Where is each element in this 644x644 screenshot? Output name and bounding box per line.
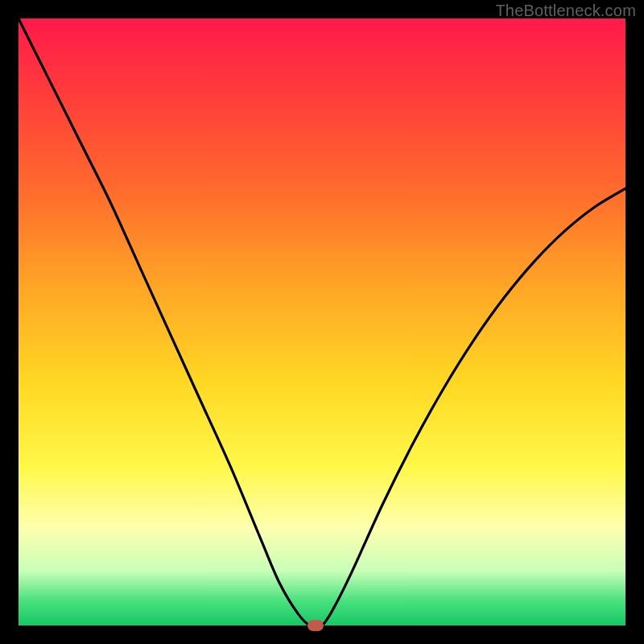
- plot-area: [19, 19, 625, 625]
- bottleneck-curve: [19, 19, 625, 627]
- watermark-text: TheBottleneck.com: [495, 2, 636, 20]
- optimum-marker: [308, 620, 324, 631]
- chart-stage: TheBottleneck.com: [0, 0, 644, 644]
- curve-layer: [19, 19, 625, 625]
